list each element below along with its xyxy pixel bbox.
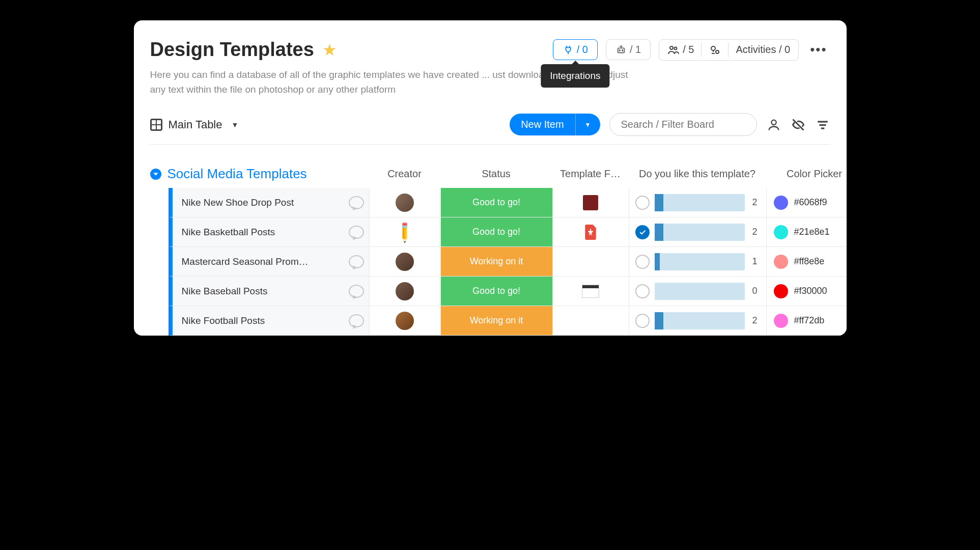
svg-rect-10: [821, 127, 824, 129]
item-name-cell[interactable]: Nike Basketball Posts: [169, 217, 369, 247]
chat-bubble-icon[interactable]: [349, 196, 364, 209]
members-count: / 5: [683, 44, 694, 56]
vote-toggle[interactable]: [635, 314, 650, 328]
new-item-label: New Item: [510, 114, 575, 135]
color-cell[interactable]: #6068f9: [766, 188, 847, 217]
color-cell[interactable]: #21e8e1: [766, 217, 847, 247]
color-hex-label: #21e8e1: [794, 227, 830, 237]
color-swatch: [774, 284, 788, 298]
table-row[interactable]: Nike New Shoe Drop PostGood to go!2#6068…: [150, 188, 830, 217]
color-hex-label: #ff72db: [794, 315, 825, 326]
chat-bubble-icon[interactable]: [349, 255, 364, 268]
vote-count: 0: [750, 286, 760, 296]
star-icon[interactable]: ★: [322, 40, 337, 60]
chat-bubble-icon[interactable]: [349, 285, 364, 298]
column-header-status[interactable]: Status: [440, 168, 552, 180]
svg-point-3: [670, 46, 673, 49]
table-row[interactable]: Nike Basketball Posts✏️Good to go!A2#21e…: [150, 217, 830, 247]
file-cell[interactable]: [552, 188, 629, 217]
vote-bar-fill: [655, 224, 664, 241]
color-hex-label: #6068f9: [794, 197, 827, 208]
hide-icon[interactable]: [791, 117, 806, 132]
creator-cell[interactable]: [369, 306, 440, 336]
vote-count: 2: [750, 315, 760, 326]
board-header: Design Templates ★ / 0 Integrations / 1 …: [150, 39, 830, 61]
creator-cell[interactable]: [369, 277, 440, 306]
rows-container: Nike New Shoe Drop PostGood to go!2#6068…: [150, 188, 830, 336]
table-view-icon: [150, 119, 162, 131]
svg-point-2: [622, 50, 623, 51]
vote-toggle[interactable]: [635, 225, 650, 239]
color-swatch: [774, 314, 788, 328]
vote-count: 2: [750, 197, 760, 208]
file-cell[interactable]: [552, 247, 629, 277]
automations-button[interactable]: / 1: [606, 39, 651, 60]
color-cell[interactable]: #ff8e8e: [766, 247, 847, 277]
view-name: Main Table: [169, 118, 222, 131]
vote-bar: [655, 283, 745, 300]
status-cell[interactable]: Good to go!: [440, 217, 552, 247]
new-item-button[interactable]: New Item ▼: [510, 114, 600, 135]
item-name-cell[interactable]: Nike Baseball Posts: [169, 277, 369, 306]
vote-bar: [655, 253, 745, 270]
vote-bar-fill: [655, 312, 664, 329]
column-header-file[interactable]: Template F…: [552, 168, 629, 180]
vote-cell[interactable]: 2: [629, 188, 766, 217]
file-cell[interactable]: [552, 277, 629, 306]
new-item-dropdown[interactable]: ▼: [575, 114, 600, 135]
members-button[interactable]: / 5: [667, 44, 694, 56]
column-header-creator[interactable]: Creator: [369, 168, 440, 180]
item-name-cell[interactable]: Mastercard Seasonal Prom…: [169, 247, 369, 277]
creator-cell[interactable]: [369, 247, 440, 277]
vote-cell[interactable]: 0: [629, 277, 766, 306]
chat-bubble-icon[interactable]: [349, 314, 364, 327]
table-row[interactable]: Nike Baseball PostsGood to go!0#f30000: [150, 277, 830, 306]
color-cell[interactable]: #ff72db: [766, 306, 847, 336]
avatar: [396, 253, 414, 271]
status-cell[interactable]: Good to go!: [440, 277, 552, 306]
vote-toggle[interactable]: [635, 284, 650, 298]
group-title[interactable]: Social Media Templates: [167, 166, 307, 182]
creator-cell[interactable]: ✏️: [369, 217, 440, 247]
collapse-group-icon[interactable]: [150, 169, 161, 180]
file-cell[interactable]: [552, 306, 629, 336]
filter-icon[interactable]: [815, 117, 830, 132]
vote-cell[interactable]: 2: [629, 217, 766, 247]
table-row[interactable]: Nike Football PostsWorking on it2#ff72db: [150, 306, 830, 336]
item-name-cell[interactable]: Nike Football Posts: [169, 306, 369, 336]
status-cell[interactable]: Working on it: [440, 247, 552, 277]
file-cell[interactable]: A: [552, 217, 629, 247]
color-swatch: [774, 255, 788, 269]
color-hex-label: #f30000: [794, 286, 827, 296]
permissions-button[interactable]: [709, 44, 721, 56]
integrations-count: / 0: [577, 44, 588, 56]
vote-toggle[interactable]: [635, 196, 650, 210]
item-name: Nike Baseball Posts: [182, 286, 342, 297]
vote-cell[interactable]: 1: [629, 247, 766, 277]
integrations-button[interactable]: / 0 Integrations: [553, 39, 598, 60]
view-selector[interactable]: Main Table ▼: [150, 118, 239, 131]
vote-toggle[interactable]: [635, 255, 650, 269]
column-header-vote[interactable]: Do you like this template?: [629, 168, 766, 180]
person-filter-icon[interactable]: [766, 117, 781, 132]
search-input[interactable]: [609, 113, 757, 136]
chat-bubble-icon[interactable]: [349, 226, 364, 239]
creator-cell[interactable]: [369, 188, 440, 217]
document-thumbnail-icon: [582, 285, 599, 298]
people-icon: [667, 44, 680, 56]
plug-icon: [563, 44, 574, 56]
status-cell[interactable]: Working on it: [440, 306, 552, 336]
vote-cell[interactable]: 2: [629, 306, 766, 336]
item-name-cell[interactable]: Nike New Shoe Drop Post: [169, 188, 369, 217]
color-cell[interactable]: #f30000: [766, 277, 847, 306]
activities-button[interactable]: Activities / 0: [736, 44, 790, 56]
integrations-tooltip: Integrations: [541, 64, 609, 88]
vote-bar: [655, 194, 745, 211]
vote-count: 1: [750, 256, 760, 267]
status-cell[interactable]: Good to go!: [440, 188, 552, 217]
avatar: [396, 282, 414, 300]
more-menu-icon[interactable]: •••: [807, 42, 830, 58]
svg-point-6: [716, 50, 719, 53]
table-row[interactable]: Mastercard Seasonal Prom…Working on it1#…: [150, 247, 830, 277]
column-header-color[interactable]: Color Picker: [766, 168, 847, 180]
